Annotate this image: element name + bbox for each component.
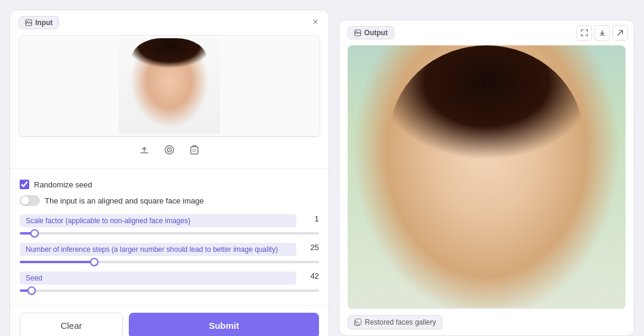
seed-label: Seed [20,272,296,285]
upload-toolbar [18,137,320,162]
image-upload-area[interactable] [18,35,320,137]
submit-button[interactable]: Submit [129,313,319,336]
output-panel: Output [339,20,634,336]
input-panel-header: Input [10,10,329,35]
scale-factor-label: Scale factor (applicable to non-aligned … [20,214,296,227]
aligned-face-toggle[interactable] [20,195,40,206]
aligned-face-label: The input is an aligned and square face … [45,196,204,205]
inference-steps-label: Number of inference steps (a larger numb… [20,243,296,256]
input-image-preview [119,38,220,134]
scale-factor-track [20,232,319,235]
randomize-seed-checkbox[interactable] [20,180,29,189]
inference-steps-value: 25 [301,243,319,252]
gallery-icon [354,319,361,326]
clipboard-button[interactable] [187,142,202,158]
randomize-seed-label: Randomize seed [34,180,92,189]
gallery-label-text: Restored faces gallery [365,318,436,326]
clear-button[interactable]: Clear [20,313,123,336]
output-panel-header: Output [339,20,634,45]
input-badge: Input [18,16,59,29]
output-badge: Output [348,26,394,39]
scale-factor-value: 1 [301,214,319,223]
input-label: Input [35,19,52,27]
action-buttons: Clear Submit [10,305,329,336]
svg-point-4 [169,149,170,150]
close-button[interactable]: × [308,15,323,29]
seed-row: Seed 42 [20,272,319,292]
gallery-badge: Restored faces gallery [348,315,442,329]
input-panel: Input × [10,10,329,336]
output-label: Output [364,29,388,37]
upload-button[interactable] [137,142,152,158]
share-button[interactable] [612,25,628,41]
webcam-button[interactable] [162,142,177,158]
seed-value: 42 [301,272,319,280]
gallery-label-area: Restored faces gallery [348,315,626,329]
output-face-image [348,45,626,308]
download-button[interactable] [595,25,610,41]
image-icon [354,29,361,36]
expand-button[interactable] [577,25,592,41]
inference-steps-track [20,261,319,263]
output-header-icons [577,25,628,41]
aligned-face-row: The input is an aligned and square face … [20,195,319,206]
randomize-seed-row: Randomize seed [20,180,319,189]
seed-track [20,289,319,292]
scale-factor-row: Scale factor (applicable to non-aligned … [20,214,319,235]
svg-rect-5 [191,147,198,154]
svg-rect-9 [355,319,361,325]
svg-point-10 [357,320,358,322]
inference-steps-row: Number of inference steps (a larger numb… [20,243,319,263]
output-image-area [348,45,626,309]
controls-area: Randomize seed The input is an aligned a… [10,175,329,305]
image-icon [25,19,32,26]
